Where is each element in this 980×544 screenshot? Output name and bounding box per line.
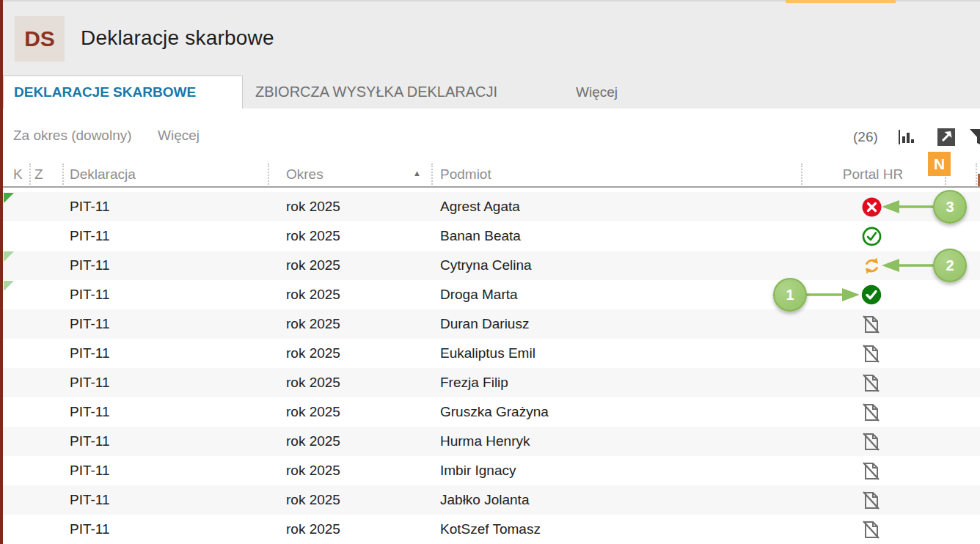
cell-declaration: PIT-11 [70,485,110,515]
cell-period: rok 2025 [286,339,340,368]
cell-period: rok 2025 [286,221,340,251]
error-icon[interactable] [862,197,882,217]
annotation-number-circle: 3 [933,190,967,224]
cell-portal-hr-status [860,460,883,481]
cell-portal-hr-status [860,196,883,217]
cell-declaration: PIT-11 [70,368,110,397]
cell-period: rok 2025 [286,397,340,427]
tab-strip: DEKLARACJE SKARBOWE ZBIORCZA WYSYŁKA DEK… [0,76,980,109]
column-divider[interactable] [62,163,64,185]
sort-ascending-icon[interactable]: ▲ [413,169,421,177]
cell-portal-hr-status [860,519,883,540]
cell-declaration: PIT-11 [70,309,110,339]
cell-portal-hr-status [860,402,883,422]
table-row[interactable]: PIT-11rok 2025Gruszka Grażyna [0,397,980,427]
top-orange-accent-bar [786,0,896,3]
cell-declaration: PIT-11 [70,397,110,427]
table-row[interactable]: PIT-11rok 2025Agrest Agata [0,192,980,221]
cell-subject: Jabłko Jolanta [440,485,529,515]
cell-declaration: PIT-11 [70,221,110,251]
cell-declaration: PIT-11 [70,280,110,309]
annotation-number-circle: 2 [933,249,967,282]
no-document-icon[interactable] [862,461,881,481]
cell-declaration: PIT-11 [70,339,110,368]
table-row[interactable]: PIT-11rok 2025Jabłko Jolanta [0,485,980,515]
table-row[interactable]: PIT-11rok 2025Cytryna Celina [0,251,980,280]
filter-period-dropdown[interactable]: Za okres (dowolny) [13,128,132,144]
cell-declaration: PIT-11 [70,515,110,544]
column-header-k[interactable]: K [13,166,23,183]
column-divider[interactable] [268,163,269,185]
table-header: K Z Deklaracja Okres ▲ Podmiot Portal HR [0,161,980,188]
column-header-okres[interactable]: Okres [286,166,323,183]
no-document-icon[interactable] [862,520,881,540]
cell-declaration: PIT-11 [70,427,110,456]
delivered-icon[interactable] [861,284,882,305]
annotation-arrow [804,287,860,303]
cell-period: rok 2025 [286,515,340,544]
column-divider[interactable] [29,163,31,185]
column-divider[interactable] [976,163,977,185]
cell-period: rok 2025 [286,485,340,515]
row-modified-marker [4,281,14,291]
cell-subject: Gruszka Grażyna [440,397,549,427]
cell-subject: Eukaliptus Emil [440,339,535,368]
cell-subject: Droga Marta [440,280,518,309]
cell-subject: KotSzef Tomasz [440,515,541,544]
bar-chart-icon[interactable] [896,127,916,147]
cell-subject: Cytryna Celina [440,251,532,280]
left-accent-strip [0,0,3,544]
no-document-icon[interactable] [862,403,881,422]
page-title: Deklaracje skarbowe [81,26,274,50]
cell-portal-hr-status [860,284,883,305]
no-document-icon[interactable] [862,315,881,334]
column-divider[interactable] [431,163,433,185]
sync-icon[interactable] [862,256,882,276]
filter-more-dropdown[interactable]: Więcej [158,128,200,144]
no-document-icon[interactable] [862,432,881,452]
cell-period: rok 2025 [286,456,340,485]
filter-icon[interactable] [969,127,980,147]
sent-ok-icon[interactable] [862,227,882,246]
table-row[interactable]: PIT-11rok 2025Eukaliptus Emil [0,339,980,368]
cell-portal-hr-status [860,431,883,452]
cell-period: rok 2025 [286,427,340,456]
table-row[interactable]: PIT-11rok 2025Hurma Henryk [0,427,980,456]
cell-subject: Hurma Henryk [440,427,530,456]
cell-subject: Agrest Agata [440,192,520,221]
cell-subject: Imbir Ignacy [440,456,516,485]
cell-subject: Duran Dariusz [440,309,529,339]
column-header-z[interactable]: Z [34,166,43,183]
cell-declaration: PIT-11 [70,251,110,280]
table-row[interactable]: PIT-11rok 2025Duran Dariusz [0,309,980,339]
cell-period: rok 2025 [286,368,340,397]
annotation-arrow [882,257,935,273]
record-count: (26) [853,129,878,145]
new-item-badge: N [928,152,951,176]
no-document-icon[interactable] [862,373,881,393]
cell-portal-hr-status [860,343,883,364]
table-row[interactable]: PIT-11rok 2025Imbir Ignacy [0,456,980,485]
cell-period: rok 2025 [286,192,340,221]
open-in-window-icon[interactable] [936,127,957,147]
table-row[interactable]: PIT-11rok 2025KotSzef Tomasz [0,515,980,544]
tab-zbiorcza-wysylka[interactable]: ZBIORCZA WYSYŁKA DEKLARACJI [255,76,497,109]
column-header-deklaracja[interactable]: Deklaracja [70,166,136,183]
no-document-icon[interactable] [862,490,881,510]
table-row[interactable]: PIT-11rok 2025Banan Beata [0,221,980,251]
tab-deklaracje-skarbowe[interactable]: DEKLARACJE SKARBOWE [3,76,243,109]
column-header-portal-hr[interactable]: Portal HR [801,166,945,183]
cell-portal-hr-status [860,226,883,246]
row-modified-marker [4,193,14,203]
cell-period: rok 2025 [286,309,340,339]
table-row[interactable]: PIT-11rok 2025Frezja Filip [0,368,980,397]
column-header-podmiot[interactable]: Podmiot [440,166,491,183]
annotation-number-circle: 1 [773,278,807,312]
cell-declaration: PIT-11 [70,192,110,221]
cell-portal-hr-status [860,372,883,393]
cell-declaration: PIT-11 [70,456,110,485]
tab-more[interactable]: Więcej [576,76,618,109]
no-document-icon[interactable] [862,344,881,364]
cell-subject: Banan Beata [440,221,521,251]
module-badge: DS [15,16,65,62]
